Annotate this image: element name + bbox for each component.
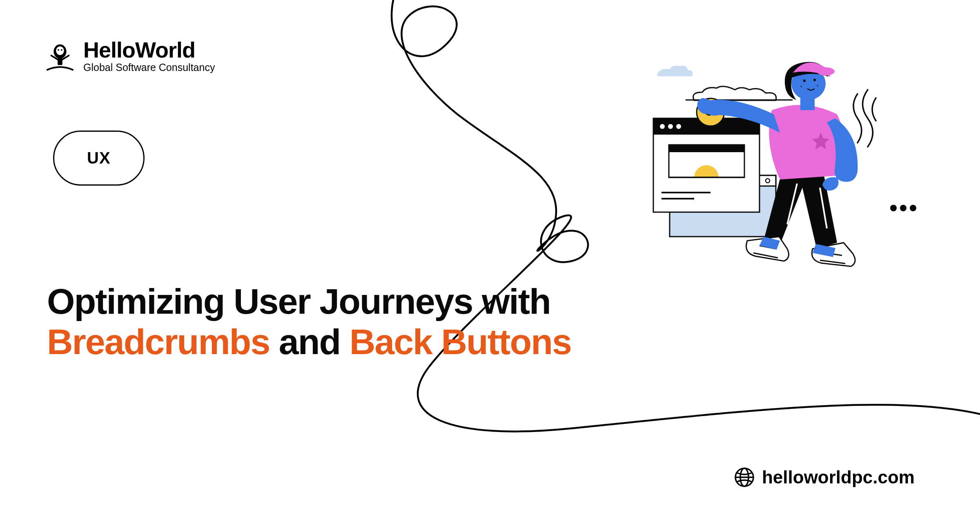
url-text: helloworldpc.com [762,467,915,487]
svg-point-32 [817,85,818,86]
website-url: helloworldpc.com [734,467,915,487]
svg-point-16 [668,124,673,129]
svg-point-7 [910,205,916,211]
svg-rect-20 [669,177,744,178]
svg-point-30 [813,79,816,81]
logo-tagline: Global Software Consultancy [83,62,215,73]
article-title: Optimizing User Journeys with Breadcrumb… [47,281,700,362]
svg-point-29 [803,80,806,82]
svg-rect-21 [662,192,710,193]
svg-point-17 [676,124,681,129]
brand-logo: HelloWorld Global Software Consultancy [44,39,215,73]
svg-rect-4 [58,58,62,65]
svg-point-2 [58,49,59,51]
globe-icon [734,467,755,487]
svg-point-6 [900,205,906,211]
logo-name: HelloWorld [83,39,215,61]
svg-point-15 [660,124,665,129]
svg-point-3 [61,49,62,51]
hero-illustration [641,57,927,286]
svg-rect-19 [669,145,744,152]
astronaut-icon [44,40,76,72]
svg-rect-22 [662,198,694,199]
svg-point-28 [817,67,835,75]
category-badge: UX [53,131,145,186]
svg-point-1 [56,46,64,55]
svg-point-31 [801,86,802,87]
svg-point-5 [890,205,897,211]
